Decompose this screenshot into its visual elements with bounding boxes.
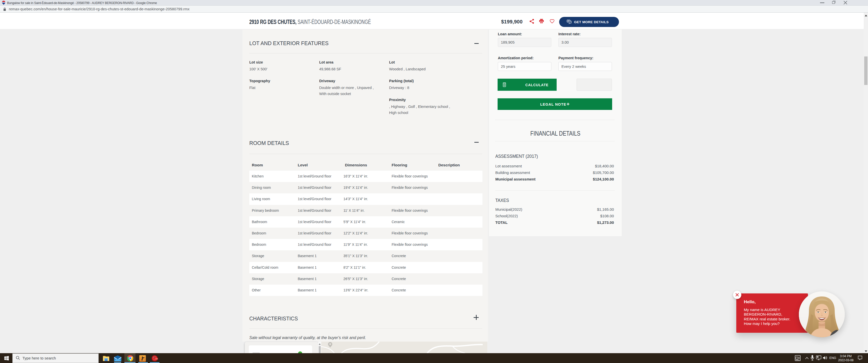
svg-text:64: 64 — [156, 358, 158, 360]
